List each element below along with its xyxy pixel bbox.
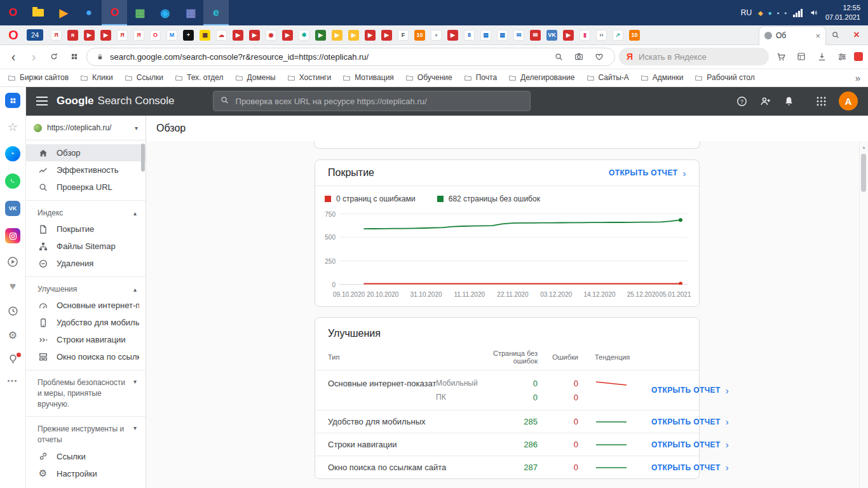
sidebar-item-home[interactable]: Обзор: [26, 144, 146, 161]
bookmark-folder[interactable]: Админки: [641, 73, 684, 82]
messenger-icon[interactable]: [5, 146, 20, 161]
tray-app-4-icon[interactable]: ▪: [784, 10, 787, 17]
network-signal-icon[interactable]: [793, 9, 803, 17]
menu-icon[interactable]: [36, 97, 48, 105]
sidebar-item-perf[interactable]: Эффективность: [26, 161, 146, 179]
browser-tab[interactable]: O: [150, 30, 161, 41]
sidebar-item-breadcrumb[interactable]: Строки навигации: [26, 331, 146, 348]
speed-dial-button[interactable]: [66, 48, 83, 65]
browser-tab[interactable]: 8: [464, 30, 475, 41]
bookmark-folder[interactable]: Почта: [464, 73, 497, 82]
browser-tab[interactable]: ♦: [431, 30, 442, 41]
open-report-link[interactable]: ОТКРЫТЬ ОТЧЕТ›: [651, 385, 729, 396]
speed-dial-icon[interactable]: [5, 93, 20, 108]
scrollbar-thumb[interactable]: [861, 154, 866, 192]
tab-search-icon[interactable]: [826, 30, 845, 39]
viewer-taskbar-icon[interactable]: ◉: [153, 0, 178, 25]
browser-tab[interactable]: ✉: [513, 30, 524, 41]
avatar[interactable]: A: [839, 92, 858, 111]
reload-button[interactable]: [46, 48, 62, 65]
more-icon[interactable]: •••: [8, 377, 18, 384]
player-icon[interactable]: [6, 255, 19, 268]
settings-icon[interactable]: ⚙: [8, 329, 17, 341]
spreadsheet-taskbar-icon[interactable]: ▦: [127, 0, 153, 25]
bookmark-folder[interactable]: Обучение: [405, 73, 452, 82]
gsc-logo[interactable]: Google Search Console: [57, 95, 175, 107]
browser-tab[interactable]: Я: [51, 30, 62, 41]
browser-tab[interactable]: ▶: [315, 30, 326, 41]
browser-tab[interactable]: ▶: [249, 30, 260, 41]
browser-tab[interactable]: ▶: [100, 30, 111, 41]
sidebar-item-sitelinks[interactable]: Окно поиска по ссылкам ...: [26, 348, 146, 365]
bookmarks-overflow-icon[interactable]: »: [849, 72, 860, 83]
sidebar-section-17[interactable]: Прежние инструменты и отчеты▾: [26, 421, 146, 448]
browser-tab[interactable]: ▶: [365, 30, 376, 41]
bookmark-folder[interactable]: Домены: [235, 73, 276, 82]
sidebar-item-link[interactable]: Ссылки: [26, 448, 146, 465]
extensions-box-icon[interactable]: [793, 48, 810, 65]
whatsapp-icon[interactable]: [5, 173, 20, 189]
sidebar-item-gear[interactable]: ⚙Настройки: [26, 465, 146, 482]
browser-tab[interactable]: ▶: [348, 30, 359, 41]
forward-button[interactable]: ›: [25, 48, 42, 65]
volume-icon[interactable]: [809, 8, 819, 18]
open-report-link[interactable]: ОТКРЫТЬ ОТЧЕТ›: [651, 439, 729, 450]
tab-close-icon[interactable]: ×: [815, 31, 820, 41]
easy-setup-icon[interactable]: [834, 48, 850, 65]
browser-tab[interactable]: ▶: [447, 30, 458, 41]
browser-tab[interactable]: ✉: [530, 30, 541, 41]
taskbar-clock[interactable]: 12:55 07.01.2021: [825, 3, 860, 23]
snapshot-camera-icon[interactable]: [571, 48, 587, 65]
calculator-taskbar-icon[interactable]: ▦: [178, 0, 203, 25]
browser-tab[interactable]: ‹›: [596, 30, 607, 41]
media-player-taskbar-icon[interactable]: ▶: [51, 0, 76, 25]
active-tab[interactable]: Об ×: [759, 26, 826, 45]
browser-tab[interactable]: ▶: [233, 30, 243, 41]
bookmark-folder[interactable]: Тех. отдел: [175, 73, 224, 82]
browser-tab[interactable]: ▮: [580, 30, 590, 41]
bookmark-folder[interactable]: Клики: [80, 73, 113, 82]
sidebar-item-gauge[interactable]: Основные интернет-пока...: [26, 297, 146, 314]
browser-tab[interactable]: ▦: [200, 30, 210, 41]
browser-tab[interactable]: ◉: [266, 30, 276, 41]
url-inspection-input[interactable]: Проверка всех URL на ресурсе https://ote…: [213, 91, 531, 111]
bookmark-heart-icon[interactable]: [592, 48, 607, 65]
language-indicator[interactable]: RU: [741, 8, 752, 17]
sidebar-section-9[interactable]: Улучшения▴: [26, 281, 146, 297]
opera-menu-button[interactable]: O: [0, 25, 27, 44]
browser-tab[interactable]: ✱: [299, 30, 309, 41]
browser-tab[interactable]: ▶: [563, 30, 574, 41]
browser-tab[interactable]: ▤: [480, 30, 491, 41]
browser-tab[interactable]: 10: [414, 30, 425, 41]
browser-tab[interactable]: Я: [117, 30, 128, 41]
bookmark-folder[interactable]: Делегирование: [508, 73, 574, 82]
browser-tab[interactable]: M: [166, 30, 177, 41]
sidebar-item-coverage[interactable]: Покрытие: [26, 220, 146, 238]
browser-tab[interactable]: +: [183, 30, 194, 41]
bookmark-folder[interactable]: Рабочий стол: [695, 73, 754, 82]
browser-tab[interactable]: ▶: [381, 30, 392, 41]
bookmark-folder[interactable]: Биржи сайтов: [8, 73, 69, 82]
download-icon[interactable]: [813, 48, 830, 65]
edge-taskbar-icon[interactable]: e: [203, 0, 229, 25]
tab-counter[interactable]: 24: [27, 29, 43, 41]
sidebar-item-search[interactable]: Проверка URL: [26, 179, 146, 196]
sidebar-item-mobile[interactable]: Удобство для мобильных: [26, 314, 146, 331]
window-close-button[interactable]: ×: [845, 29, 868, 41]
scroll-up-icon[interactable]: ▴: [860, 144, 868, 150]
browser-tab[interactable]: VK: [546, 30, 557, 41]
tray-app-3-icon[interactable]: ▪: [777, 10, 780, 17]
sidebar-item-removal[interactable]: Удаления: [26, 255, 146, 272]
browser-tab[interactable]: я: [67, 30, 78, 41]
open-report-link[interactable]: ОТКРЫТЬ ОТЧЕТ›: [651, 416, 729, 427]
favorites-icon[interactable]: ♥: [10, 280, 16, 293]
bookmark-folder[interactable]: Сайты-А: [587, 73, 629, 82]
help-icon[interactable]: ?: [736, 95, 748, 107]
star-icon[interactable]: ☆: [8, 120, 18, 134]
sidebar-item-sitemap[interactable]: Файлы Sitemap: [26, 238, 146, 255]
browser-tab[interactable]: ▶: [84, 30, 95, 41]
yandex-search-box[interactable]: Я Искать в Яндексе: [619, 48, 769, 65]
browser-tab[interactable]: ☁: [216, 30, 227, 41]
extension-alert-icon[interactable]: [854, 52, 863, 61]
history-icon[interactable]: [7, 305, 19, 317]
